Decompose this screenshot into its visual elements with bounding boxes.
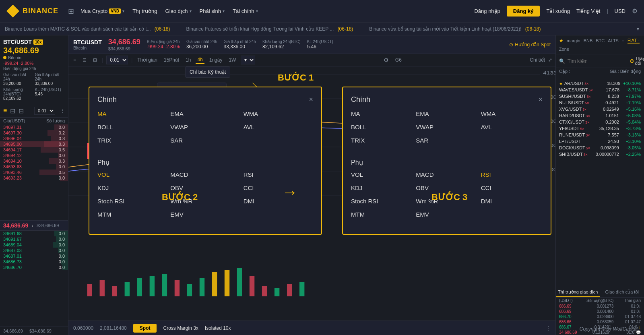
list-item[interactable]: DOCK/USDT5× 0.098099 +3.05% bbox=[556, 145, 644, 151]
indicator2-mtm[interactable]: MTM bbox=[351, 211, 413, 218]
indicator-trix[interactable]: TRIX bbox=[97, 137, 167, 144]
indicator-macd[interactable]: MACD bbox=[170, 171, 240, 178]
nav-phai-sinh[interactable]: Phái sinh ▾ bbox=[200, 6, 225, 16]
list-item[interactable]: ★ AR/USDT3× 18.309 +10.10% bbox=[556, 80, 644, 87]
list-item[interactable]: SHIB/USDT3× 0.00000772 +2.25% bbox=[556, 151, 644, 157]
indicator2-avl[interactable]: AVL bbox=[481, 124, 543, 130]
spot-button[interactable]: Spot bbox=[133, 324, 157, 333]
nav-thi-truong[interactable]: Thị trường bbox=[132, 6, 157, 16]
rp-tab-margin[interactable]: margin bbox=[567, 38, 580, 43]
chart-more-times[interactable]: ▾ bbox=[241, 56, 255, 64]
chart-guide-button[interactable]: ⊙ Hướng dẫn Spot bbox=[509, 42, 551, 48]
table-row[interactable]: 34694.100.3 bbox=[0, 158, 68, 164]
table-row[interactable]: 34695.000.3 bbox=[0, 141, 68, 147]
list-item[interactable]: 686.69 0.001480 01:0↓ bbox=[556, 309, 644, 314]
table-row[interactable]: 34687.030.0 bbox=[0, 248, 68, 253]
chart-expand-icon[interactable]: ⤢ bbox=[548, 57, 552, 63]
indicator-kdj[interactable]: KDJ bbox=[97, 184, 167, 191]
ob-view-icon-1[interactable]: ≡ bbox=[3, 107, 7, 114]
news-item-3[interactable]: Binance vừa bổ sung tài sản mới vào Tiết… bbox=[369, 26, 541, 32]
isolated-margin-button[interactable]: Isolated 10x bbox=[205, 325, 231, 331]
table-row[interactable]: 34693.230.0 bbox=[0, 175, 68, 181]
indicator2-obv[interactable]: OBV bbox=[416, 184, 477, 191]
indicator-boll[interactable]: BOLL bbox=[97, 124, 167, 130]
list-item[interactable]: SUSHI/USDT5× 8.238 +7.97% bbox=[556, 93, 644, 99]
indicator-dmi[interactable]: DMI bbox=[244, 198, 313, 205]
table-row[interactable]: 34694.170.5 bbox=[0, 147, 68, 153]
indicator-rsi[interactable]: RSI bbox=[244, 171, 313, 178]
table-row[interactable]: 34693.630.0 bbox=[0, 164, 68, 170]
chart-size-selector[interactable]: 0.01 bbox=[106, 56, 128, 64]
list-item[interactable]: LPT/USDT 24.93 +3.10% bbox=[556, 138, 644, 145]
rp-star-icon[interactable]: ★ bbox=[559, 38, 564, 43]
chart-settings-icon[interactable]: ⚙ bbox=[384, 57, 389, 63]
ob-view-icon-3[interactable]: ⊟ bbox=[19, 107, 24, 115]
list-item[interactable]: CTXC/USDT3× 0.2002 +5.04% bbox=[556, 119, 644, 125]
table-row[interactable]: 34687.010.0 bbox=[0, 253, 68, 259]
indicator2-boll[interactable]: BOLL bbox=[351, 124, 413, 130]
indicator-emv[interactable]: EMV bbox=[170, 211, 240, 218]
news-expand-icon[interactable]: ▾ bbox=[637, 26, 639, 32]
modal2-close-button[interactable]: × bbox=[538, 95, 543, 104]
chart-tb-grid1[interactable]: ≡ bbox=[72, 56, 78, 64]
table-row[interactable]: 34697.310.0 bbox=[0, 124, 68, 130]
ob-size-selector[interactable]: 0.010.11 bbox=[34, 107, 55, 115]
table-row[interactable]: 34694.120.0 bbox=[0, 153, 68, 158]
list-item[interactable]: 686.66 0.063059 01:07:47 bbox=[556, 319, 644, 325]
register-button[interactable]: Đăng ký bbox=[507, 6, 540, 17]
list-item[interactable]: 686.69 0.001273 01:0↓ bbox=[556, 304, 644, 309]
indicator-obv[interactable]: OBV bbox=[170, 184, 240, 191]
indicator2-vol[interactable]: VOL bbox=[351, 171, 413, 178]
table-row[interactable]: 34689.040.0 bbox=[0, 242, 68, 248]
table-row[interactable]: 34691.680.0 bbox=[0, 231, 68, 236]
indicator-vol[interactable]: VOL bbox=[97, 171, 167, 178]
ob-view-icon-2[interactable]: ⊟ bbox=[10, 107, 15, 115]
table-row[interactable]: 34691.670.0 bbox=[0, 236, 68, 242]
list-item[interactable]: HARD/USDT3× 1.0151 +5.08% bbox=[556, 112, 644, 119]
indicator-sar[interactable]: SAR bbox=[170, 137, 240, 144]
table-row[interactable]: 34696.040.3 bbox=[0, 136, 68, 141]
news-item-2[interactable]: Binance Futures sẽ triển khai Hợp đồng T… bbox=[186, 26, 353, 32]
indicator-mtm[interactable]: MTM bbox=[97, 211, 167, 218]
chart-time-1w[interactable]: 1W bbox=[227, 56, 237, 64]
rp-radio-thay-doi[interactable]: Thay đổi bbox=[635, 56, 644, 66]
list-item[interactable]: XVG/USDT3× 0.02649 +5.16% bbox=[556, 106, 644, 112]
nav-giao-dich[interactable]: Giao dịch ▾ bbox=[165, 6, 192, 16]
indicator2-cci[interactable]: CCI bbox=[481, 184, 543, 191]
bottom-more-icon[interactable]: ⋮ bbox=[546, 325, 551, 331]
download-button[interactable]: Tải xuống bbox=[546, 8, 570, 14]
indicator2-vwap[interactable]: VWAP bbox=[416, 124, 477, 130]
indicator-ma[interactable]: MA bbox=[97, 110, 167, 117]
chart-time-4h[interactable]: 4h bbox=[196, 56, 204, 64]
rp-tab-zone[interactable]: Zone bbox=[559, 47, 569, 52]
chart-time-1h[interactable]: 1h bbox=[184, 56, 192, 64]
indicator-stoch-rsi[interactable]: Stoch RSI bbox=[97, 198, 167, 205]
indicator2-stoch-rsi[interactable]: Stoch RSI bbox=[351, 198, 413, 205]
indicator-avl[interactable]: AVL bbox=[244, 124, 313, 130]
chart-time-1d[interactable]: 1ngày bbox=[208, 56, 224, 64]
chart-detail-button[interactable]: Chi tiết bbox=[530, 57, 545, 63]
indicator-cci[interactable]: CCI bbox=[244, 184, 313, 191]
chart-tb-grid3[interactable]: ⊟ bbox=[91, 56, 99, 64]
indicator2-ema[interactable]: EMA bbox=[416, 110, 477, 117]
indicator2-wma[interactable]: WMA bbox=[481, 110, 543, 117]
indicator2-dmi[interactable]: DMI bbox=[481, 198, 543, 205]
table-row[interactable]: 34686.730.0 bbox=[0, 259, 68, 265]
chart-indicators-button[interactable]: G6 bbox=[395, 57, 402, 63]
news-item-1[interactable]: Binance Loans thêm MATIC & SOL vào danh … bbox=[5, 26, 170, 32]
indicator2-trix[interactable]: TRIX bbox=[351, 137, 413, 144]
language-selector[interactable]: Tiếng Việt bbox=[576, 8, 600, 14]
indicator2-rsi[interactable]: RSI bbox=[481, 171, 543, 178]
download-icon[interactable]: ↓ bbox=[639, 325, 641, 329]
rp-tab-market-trades[interactable]: Thị trường giao dịch bbox=[556, 288, 600, 297]
indicator-vwap[interactable]: VWAP bbox=[170, 124, 240, 130]
table-row[interactable]: 34693.460.5 bbox=[0, 170, 68, 175]
list-item[interactable]: 686.70 0.028900 01:07:48 bbox=[556, 314, 644, 319]
list-item[interactable]: YFI/USDT5× 35,128.35 +3.73% bbox=[556, 125, 644, 132]
rp-tab-alts[interactable]: ALTS bbox=[608, 38, 619, 43]
indicator-ema[interactable]: EMA bbox=[170, 110, 240, 117]
chart-tb-grid2[interactable]: ⊟ bbox=[81, 56, 88, 64]
table-row[interactable]: 34697.300.2 bbox=[0, 130, 68, 136]
list-item[interactable]: RUNE/USDT3× 7.557 +3.13% bbox=[556, 132, 644, 138]
currency-selector[interactable]: USD bbox=[615, 8, 625, 14]
